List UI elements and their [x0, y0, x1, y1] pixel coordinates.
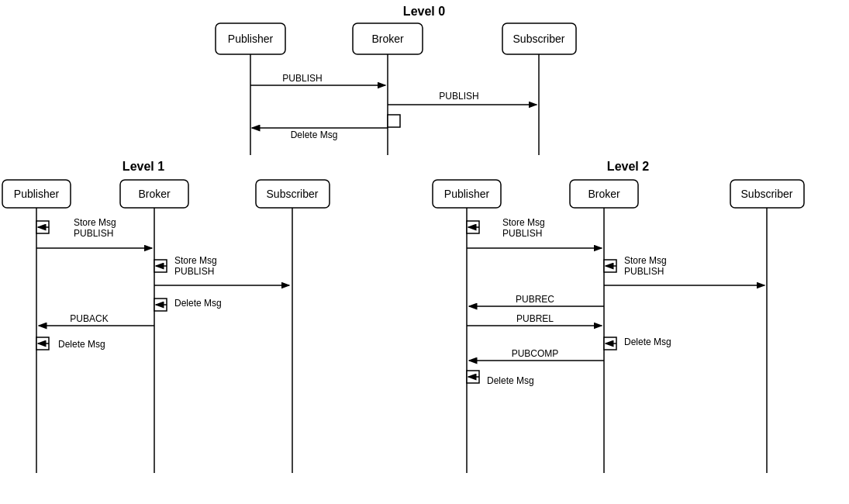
level1-publisher-label: Publisher: [14, 188, 60, 200]
level2-pub-publish-label: PUBLISH: [502, 228, 542, 239]
level0-broker-label: Broker: [371, 33, 404, 45]
level2-broker-pub-label: PUBLISH: [624, 266, 664, 277]
level1-broker-publish-label: PUBLISH: [174, 266, 214, 277]
level2-publisher-label: Publisher: [444, 188, 490, 200]
level2-subscriber-label: Subscriber: [741, 188, 793, 200]
level2-pubrec-label: PUBREC: [516, 294, 554, 305]
level0-title: Level 0: [403, 5, 445, 18]
level1-publish-label: PUBLISH: [74, 228, 113, 239]
level1-store-label: Store Msg: [74, 217, 116, 228]
level1-title: Level 1: [123, 160, 164, 173]
level0-subscriber-label: Subscriber: [513, 33, 565, 45]
level1-pub-delete-label: Delete Msg: [58, 339, 105, 350]
level1-subscriber-label: Subscriber: [267, 188, 319, 200]
level2-broker-store-label: Store Msg: [624, 255, 667, 266]
level0-publish2-label: PUBLISH: [439, 91, 478, 102]
level2-pubrel-label: PUBREL: [516, 313, 554, 324]
level2-pubcomp-label: PUBCOMP: [512, 348, 559, 359]
level2-store-label: Store Msg: [502, 217, 545, 228]
level2-broker-delete-label: Delete Msg: [624, 337, 671, 347]
level1-broker-label: Broker: [138, 188, 171, 200]
level1-puback-label: PUBACK: [70, 313, 108, 324]
level2-title: Level 2: [607, 160, 649, 173]
level2-broker-label: Broker: [588, 188, 620, 200]
level0-delete-box: [388, 115, 400, 127]
level0-delete-label: Delete Msg: [291, 129, 338, 140]
level0-publisher-label: Publisher: [228, 33, 274, 45]
level2-pub-delete-label: Delete Msg: [487, 375, 534, 386]
level0-publish-label: PUBLISH: [282, 73, 322, 84]
level1-broker-store-label: Store Msg: [174, 255, 217, 266]
level1-broker-delete-label: Delete Msg: [174, 298, 222, 309]
